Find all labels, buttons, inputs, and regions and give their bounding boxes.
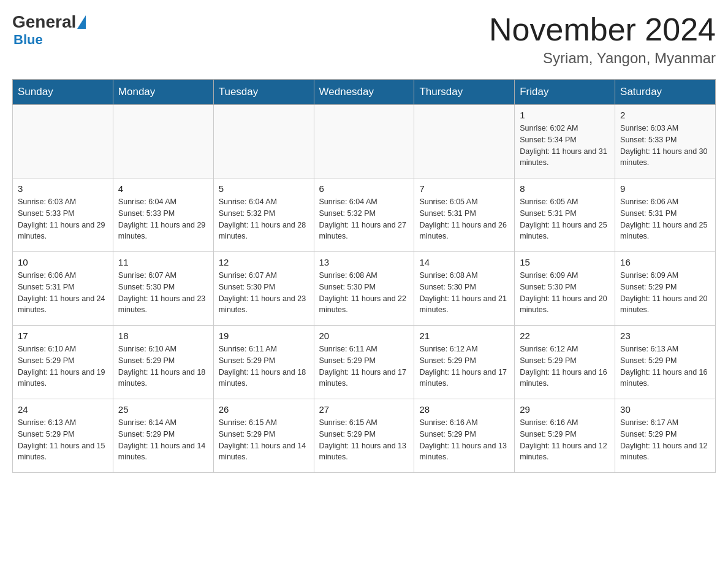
calendar-cell: 9Sunrise: 6:06 AMSunset: 5:31 PMDaylight… bbox=[615, 178, 716, 252]
weekday-header-wednesday: Wednesday bbox=[314, 80, 414, 105]
day-number: 1 bbox=[520, 110, 610, 120]
day-number: 13 bbox=[319, 257, 409, 267]
day-number: 25 bbox=[118, 404, 208, 415]
day-number: 8 bbox=[520, 183, 610, 194]
day-info: Sunrise: 6:14 AMSunset: 5:29 PMDaylight:… bbox=[118, 417, 208, 463]
day-info: Sunrise: 6:17 AMSunset: 5:29 PMDaylight:… bbox=[620, 417, 710, 463]
logo-triangle-icon bbox=[77, 15, 86, 29]
logo-blue-label: Blue bbox=[13, 32, 43, 48]
day-info: Sunrise: 6:03 AMSunset: 5:33 PMDaylight:… bbox=[620, 123, 710, 169]
day-info: Sunrise: 6:03 AMSunset: 5:33 PMDaylight:… bbox=[18, 196, 108, 242]
day-info: Sunrise: 6:11 AMSunset: 5:29 PMDaylight:… bbox=[319, 343, 409, 389]
day-info: Sunrise: 6:02 AMSunset: 5:34 PMDaylight:… bbox=[520, 123, 610, 169]
calendar-cell: 3Sunrise: 6:03 AMSunset: 5:33 PMDaylight… bbox=[13, 178, 113, 252]
logo-text: General bbox=[12, 12, 86, 32]
day-info: Sunrise: 6:08 AMSunset: 5:30 PMDaylight:… bbox=[419, 270, 509, 316]
day-number: 14 bbox=[419, 257, 509, 267]
day-number: 5 bbox=[219, 183, 309, 194]
day-number: 3 bbox=[18, 183, 108, 194]
logo-general: General bbox=[12, 12, 76, 32]
calendar-cell: 20Sunrise: 6:11 AMSunset: 5:29 PMDayligh… bbox=[314, 326, 414, 399]
day-number: 16 bbox=[620, 257, 710, 267]
day-number: 28 bbox=[419, 404, 509, 415]
day-info: Sunrise: 6:07 AMSunset: 5:30 PMDaylight:… bbox=[219, 270, 309, 316]
calendar-cell: 19Sunrise: 6:11 AMSunset: 5:29 PMDayligh… bbox=[213, 326, 314, 399]
day-number: 22 bbox=[520, 331, 610, 341]
calendar-cell: 26Sunrise: 6:15 AMSunset: 5:29 PMDayligh… bbox=[213, 399, 314, 473]
calendar-cell: 8Sunrise: 6:05 AMSunset: 5:31 PMDaylight… bbox=[515, 178, 615, 252]
calendar-cell: 17Sunrise: 6:10 AMSunset: 5:29 PMDayligh… bbox=[13, 326, 113, 399]
weekday-header-friday: Friday bbox=[515, 80, 615, 105]
calendar-cell: 11Sunrise: 6:07 AMSunset: 5:30 PMDayligh… bbox=[113, 252, 213, 326]
day-number: 20 bbox=[319, 331, 409, 341]
calendar-cell: 2Sunrise: 6:03 AMSunset: 5:33 PMDaylight… bbox=[615, 105, 716, 178]
weekday-header-saturday: Saturday bbox=[615, 80, 716, 105]
day-number: 18 bbox=[118, 331, 208, 341]
calendar-week-row: 17Sunrise: 6:10 AMSunset: 5:29 PMDayligh… bbox=[13, 326, 716, 399]
calendar-cell: 27Sunrise: 6:15 AMSunset: 5:29 PMDayligh… bbox=[314, 399, 414, 473]
calendar-cell: 5Sunrise: 6:04 AMSunset: 5:32 PMDaylight… bbox=[213, 178, 314, 252]
day-number: 17 bbox=[18, 331, 108, 341]
calendar-cell bbox=[314, 105, 414, 178]
day-info: Sunrise: 6:16 AMSunset: 5:29 PMDaylight:… bbox=[520, 417, 610, 463]
day-info: Sunrise: 6:04 AMSunset: 5:32 PMDaylight:… bbox=[219, 196, 309, 242]
calendar-cell: 6Sunrise: 6:04 AMSunset: 5:32 PMDaylight… bbox=[314, 178, 414, 252]
calendar-cell: 12Sunrise: 6:07 AMSunset: 5:30 PMDayligh… bbox=[213, 252, 314, 326]
calendar-cell: 1Sunrise: 6:02 AMSunset: 5:34 PMDaylight… bbox=[515, 105, 615, 178]
day-info: Sunrise: 6:13 AMSunset: 5:29 PMDaylight:… bbox=[18, 417, 108, 463]
weekday-header-monday: Monday bbox=[113, 80, 213, 105]
calendar-cell: 15Sunrise: 6:09 AMSunset: 5:30 PMDayligh… bbox=[515, 252, 615, 326]
calendar-cell: 30Sunrise: 6:17 AMSunset: 5:29 PMDayligh… bbox=[615, 399, 716, 473]
calendar-week-row: 10Sunrise: 6:06 AMSunset: 5:31 PMDayligh… bbox=[13, 252, 716, 326]
day-info: Sunrise: 6:06 AMSunset: 5:31 PMDaylight:… bbox=[620, 196, 710, 242]
calendar-cell: 7Sunrise: 6:05 AMSunset: 5:31 PMDaylight… bbox=[414, 178, 515, 252]
calendar-cell: 28Sunrise: 6:16 AMSunset: 5:29 PMDayligh… bbox=[414, 399, 515, 473]
page-header: General Blue November 2024 Syriam, Yango… bbox=[12, 12, 716, 67]
calendar-cell: 23Sunrise: 6:13 AMSunset: 5:29 PMDayligh… bbox=[615, 326, 716, 399]
calendar-cell: 24Sunrise: 6:13 AMSunset: 5:29 PMDayligh… bbox=[13, 399, 113, 473]
logo: General Blue bbox=[12, 12, 86, 48]
day-info: Sunrise: 6:06 AMSunset: 5:31 PMDaylight:… bbox=[18, 270, 108, 316]
weekday-header-thursday: Thursday bbox=[414, 80, 515, 105]
day-number: 6 bbox=[319, 183, 409, 194]
day-number: 10 bbox=[18, 257, 108, 267]
weekday-header-sunday: Sunday bbox=[13, 80, 113, 105]
day-info: Sunrise: 6:07 AMSunset: 5:30 PMDaylight:… bbox=[118, 270, 208, 316]
day-number: 30 bbox=[620, 404, 710, 415]
calendar-week-row: 3Sunrise: 6:03 AMSunset: 5:33 PMDaylight… bbox=[13, 178, 716, 252]
day-info: Sunrise: 6:09 AMSunset: 5:30 PMDaylight:… bbox=[520, 270, 610, 316]
weekday-header-tuesday: Tuesday bbox=[213, 80, 314, 105]
day-number: 29 bbox=[520, 404, 610, 415]
calendar-cell bbox=[13, 105, 113, 178]
location-subtitle: Syriam, Yangon, Myanmar bbox=[489, 50, 716, 67]
day-number: 11 bbox=[118, 257, 208, 267]
day-number: 9 bbox=[620, 183, 710, 194]
day-info: Sunrise: 6:08 AMSunset: 5:30 PMDaylight:… bbox=[319, 270, 409, 316]
day-number: 15 bbox=[520, 257, 610, 267]
day-info: Sunrise: 6:09 AMSunset: 5:29 PMDaylight:… bbox=[620, 270, 710, 316]
day-number: 4 bbox=[118, 183, 208, 194]
calendar-cell: 10Sunrise: 6:06 AMSunset: 5:31 PMDayligh… bbox=[13, 252, 113, 326]
calendar-cell: 16Sunrise: 6:09 AMSunset: 5:29 PMDayligh… bbox=[615, 252, 716, 326]
calendar-cell: 29Sunrise: 6:16 AMSunset: 5:29 PMDayligh… bbox=[515, 399, 615, 473]
day-number: 7 bbox=[419, 183, 509, 194]
day-info: Sunrise: 6:04 AMSunset: 5:33 PMDaylight:… bbox=[118, 196, 208, 242]
day-number: 26 bbox=[219, 404, 309, 415]
day-number: 19 bbox=[219, 331, 309, 341]
day-number: 24 bbox=[18, 404, 108, 415]
calendar-cell bbox=[113, 105, 213, 178]
day-number: 27 bbox=[319, 404, 409, 415]
day-info: Sunrise: 6:15 AMSunset: 5:29 PMDaylight:… bbox=[219, 417, 309, 463]
calendar-cell: 21Sunrise: 6:12 AMSunset: 5:29 PMDayligh… bbox=[414, 326, 515, 399]
calendar-cell bbox=[414, 105, 515, 178]
calendar-week-row: 1Sunrise: 6:02 AMSunset: 5:34 PMDaylight… bbox=[13, 105, 716, 178]
calendar-cell: 18Sunrise: 6:10 AMSunset: 5:29 PMDayligh… bbox=[113, 326, 213, 399]
day-info: Sunrise: 6:15 AMSunset: 5:29 PMDaylight:… bbox=[319, 417, 409, 463]
calendar-week-row: 24Sunrise: 6:13 AMSunset: 5:29 PMDayligh… bbox=[13, 399, 716, 473]
day-info: Sunrise: 6:10 AMSunset: 5:29 PMDaylight:… bbox=[18, 343, 108, 389]
day-number: 2 bbox=[620, 110, 710, 120]
day-info: Sunrise: 6:13 AMSunset: 5:29 PMDaylight:… bbox=[620, 343, 710, 389]
day-info: Sunrise: 6:12 AMSunset: 5:29 PMDaylight:… bbox=[419, 343, 509, 389]
calendar-cell: 14Sunrise: 6:08 AMSunset: 5:30 PMDayligh… bbox=[414, 252, 515, 326]
day-info: Sunrise: 6:05 AMSunset: 5:31 PMDaylight:… bbox=[520, 196, 610, 242]
